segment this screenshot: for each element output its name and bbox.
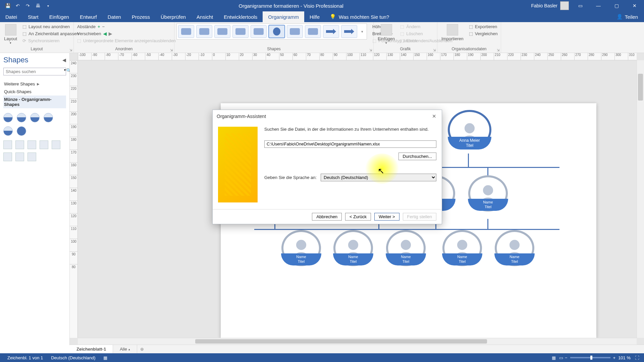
ribbon-options-icon[interactable]: ▭ — [574, 0, 587, 11]
language-status[interactable]: Deutsch (Deutschland) — [47, 355, 99, 360]
tab-uberprufen[interactable]: Überprüfen — [155, 11, 191, 22]
macro-icon[interactable]: ▦ — [99, 355, 107, 360]
save-icon[interactable]: 💾 — [5, 3, 11, 9]
qat-customize-icon[interactable]: ▾ — [45, 3, 51, 9]
svg-point-0 — [465, 123, 475, 133]
collapse-panel-icon[interactable]: ◀ — [62, 57, 66, 63]
shape-thumb[interactable] — [3, 126, 13, 136]
shape-thumb[interactable] — [15, 153, 24, 161]
scroll-thumb[interactable] — [638, 74, 643, 101]
einfugen-button[interactable]: Einfügen ▾ — [376, 23, 397, 45]
shape-style-1[interactable] — [178, 25, 194, 38]
file-path-input[interactable] — [264, 140, 436, 148]
shape-style-8[interactable] — [305, 25, 321, 38]
next-button[interactable]: Weiter > — [374, 213, 399, 221]
print-icon[interactable]: 🖶 — [35, 3, 41, 9]
tab-organigramm[interactable]: Organigramm — [263, 11, 304, 22]
tab-entwurf[interactable]: Entwurf — [74, 11, 102, 22]
shape-thumb[interactable] — [17, 113, 26, 122]
tab-einfugen[interactable]: Einfügen — [44, 11, 74, 22]
munze-shapes-item[interactable]: Münze - Organigramm-Shapes — [3, 96, 66, 108]
shape-style-10[interactable] — [341, 25, 357, 38]
org-node[interactable]: NameTitel — [333, 230, 373, 265]
vertical-scrollbar[interactable] — [637, 60, 644, 338]
close-window-icon[interactable]: ✕ — [628, 0, 641, 11]
zoom-in-icon[interactable]: + — [613, 355, 616, 360]
shape-gallery-more-icon[interactable]: ▾ — [359, 25, 365, 38]
fit-window-icon[interactable]: ⛶ — [633, 355, 641, 360]
org-node[interactable]: NameTitel — [468, 175, 508, 211]
shape-thumb[interactable] — [3, 140, 12, 149]
redo-icon[interactable]: ↷ — [25, 3, 31, 9]
shape-style-9[interactable] — [323, 25, 339, 38]
importieren-button[interactable]: Importieren — [439, 23, 466, 42]
abstande[interactable]: Abstände + − — [76, 23, 172, 30]
tell-me-search[interactable]: 💡 Was möchten Sie tun? — [325, 11, 394, 22]
sheet-tab[interactable]: Zeichenblatt-1 — [70, 345, 113, 353]
zoom-slider[interactable] — [570, 357, 610, 358]
shapes-search-input[interactable] — [4, 68, 64, 75]
tab-prozess[interactable]: Prozess — [126, 11, 155, 22]
tab-ansicht[interactable]: Ansicht — [191, 11, 218, 22]
shape-thumb[interactable] — [3, 113, 13, 122]
view-presentation-icon[interactable]: ▦ — [550, 355, 557, 360]
org-node[interactable]: NameTitel — [442, 230, 482, 265]
shapes-search-box[interactable]: ▾ 🔍 — [3, 68, 66, 75]
org-node[interactable]: NameTitel — [386, 230, 426, 265]
tab-hilfe[interactable]: Hilfe — [304, 11, 325, 22]
shape-thumb[interactable] — [52, 140, 60, 149]
view-normal-icon[interactable]: ▭ — [557, 355, 565, 360]
back-button[interactable]: < Zurück — [345, 213, 371, 221]
weitere-shapes-item[interactable]: Weitere Shapes▶ — [3, 80, 66, 88]
shape-style-circle[interactable] — [269, 25, 285, 38]
shape-thumb[interactable] — [3, 153, 12, 161]
tab-daten[interactable]: Daten — [102, 11, 126, 22]
vergleichen[interactable]: ⬚Vergleichen — [468, 31, 499, 37]
zoom-control[interactable]: − + 101 % ⛶ — [565, 355, 641, 360]
shape-thumb[interactable] — [28, 153, 36, 161]
shape-thumbnails-row1 — [3, 113, 66, 136]
maximize-icon[interactable]: ▢ — [610, 0, 623, 11]
shape-gallery[interactable]: ▾ — [176, 23, 367, 40]
an-zeichenblatt[interactable]: ⬚An Zeichenblatt anpassen — [21, 31, 80, 37]
dialog-close-icon[interactable]: ✕ — [430, 113, 438, 120]
exportieren[interactable]: ⬚Exportieren — [468, 23, 499, 30]
layout-neu-anordnen[interactable]: ⬚Layout neu anordnen — [21, 23, 80, 30]
share-button[interactable]: 👤 Teilen — [610, 11, 644, 22]
user-account[interactable]: Fabio Basler — [531, 1, 569, 10]
org-node-top[interactable]: Anna MeierTitel — [448, 110, 491, 149]
org-node[interactable]: NameTitel — [281, 230, 321, 265]
shape-thumb[interactable] — [15, 140, 24, 149]
minimize-icon[interactable]: — — [592, 0, 605, 11]
quick-shapes-item[interactable]: Quick-Shapes — [3, 88, 66, 96]
language-select[interactable]: Deutsch (Deutschland) — [321, 174, 436, 181]
scroll-thumb[interactable] — [195, 339, 487, 344]
shape-thumb[interactable] — [44, 113, 53, 122]
shape-thumb[interactable] — [30, 113, 40, 122]
shape-thumb[interactable] — [28, 140, 36, 149]
tab-datei[interactable]: Datei — [0, 11, 22, 22]
tab-entwicklertools[interactable]: Entwicklertools — [218, 11, 263, 22]
org-node[interactable]: NameTitel — [494, 230, 535, 265]
zoom-out-icon[interactable]: − — [565, 355, 568, 360]
horizontal-scrollbar[interactable] — [78, 338, 637, 345]
undo-icon[interactable]: ↶ — [15, 3, 21, 9]
shape-style-4[interactable] — [232, 25, 249, 38]
dialog-title: Organigramm-Assistent — [217, 114, 266, 119]
shape-thumb[interactable] — [40, 140, 48, 149]
browse-button[interactable]: Durchsuchen... — [398, 153, 436, 160]
verschieben[interactable]: Verschieben ◀ ▶ — [76, 31, 172, 37]
tab-start[interactable]: Start — [22, 11, 44, 22]
shape-thumb[interactable] — [17, 126, 26, 136]
shape-style-3[interactable] — [214, 25, 230, 38]
shape-style-5[interactable] — [251, 25, 267, 38]
shape-style-2[interactable] — [196, 25, 212, 38]
shape-style-7[interactable] — [287, 25, 303, 38]
layout-button[interactable]: Layout ▾ — [2, 23, 19, 45]
dialog-illustration — [218, 127, 258, 202]
zoom-percent[interactable]: 101 % — [618, 355, 631, 360]
cancel-button[interactable]: Abbrechen — [312, 213, 342, 221]
all-tab[interactable]: Alle ▴ — [113, 345, 137, 353]
add-sheet-icon[interactable]: ⊕ — [137, 345, 147, 353]
document-title: Organigramme formatieren - Visio Profess… — [51, 3, 531, 9]
